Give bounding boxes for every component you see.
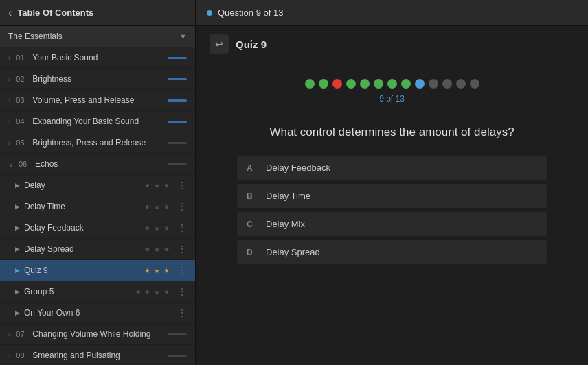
sub-item-name: On Your Own 6 (24, 308, 166, 318)
question-label: Question 9 of 13 (218, 8, 283, 18)
sidebar-item-05[interactable]: › 05 Brightness, Press and Release (0, 132, 195, 154)
answer-letter: C (247, 220, 258, 229)
progress-dot-13 (470, 79, 479, 89)
progress-dot-2 (319, 79, 328, 89)
sub-item-quiz9[interactable]: ▶ Quiz 9 ★ ★ ★ ⋮ (0, 260, 195, 281)
progress-dot-11 (442, 79, 452, 89)
chevron-right-icon: › (8, 118, 10, 126)
section-name: Echos (35, 159, 163, 169)
main-area: The Essentials ▼ › 01 Your Basic Sound ›… (0, 26, 588, 365)
sub-item-delay[interactable]: ▶ Delay ★ ★ ★ ⋮ (0, 175, 195, 196)
play-icon: ▶ (15, 309, 20, 316)
sidebar-item-07[interactable]: › 07 Changing Volume While Holding (0, 324, 195, 345)
progress-bar-gray (168, 333, 187, 335)
sub-item-delay-feedback[interactable]: ▶ Delay Feedback ★ ★ ★ ⋮ (0, 217, 195, 239)
dots-menu-icon[interactable]: ⋮ (177, 222, 187, 233)
progress-dot-9 (415, 79, 425, 89)
section-dropdown[interactable]: The Essentials ▼ (0, 26, 195, 47)
play-icon: ▶ (15, 224, 20, 231)
chevron-right-icon: › (8, 139, 10, 147)
sub-item-group5[interactable]: ▶ Group 5 ★ ★ ★ ★ ⋮ (0, 281, 195, 303)
progress-dot-8 (401, 79, 411, 89)
progress-bar-gray (168, 142, 187, 144)
sidebar-item-08[interactable]: › 08 Smearing and Pulsating (0, 345, 195, 365)
progress-bar (168, 57, 187, 59)
dropdown-arrow-icon: ▼ (179, 32, 187, 40)
section-name: Changing Volume While Holding (32, 329, 163, 339)
section-num: 08 (16, 351, 28, 360)
progress-bar (168, 121, 187, 123)
chevron-right-icon: › (8, 75, 10, 83)
dots-menu-icon[interactable]: ⋮ (177, 180, 187, 191)
progress-bar-gray (168, 355, 187, 357)
progress-bar (168, 78, 187, 80)
answer-row-c[interactable]: C Delay Mix (237, 212, 547, 236)
top-bar-left: ‹ Table Of Contents (0, 0, 196, 25)
sub-item-on-your-own[interactable]: ▶ On Your Own 6 ⋮ (0, 303, 195, 324)
sidebar-item-03[interactable]: › 03 Volume, Press and Release (0, 90, 195, 111)
dots-menu-icon[interactable]: ⋮ (177, 244, 187, 255)
section-name: Smearing and Pulsating (32, 351, 163, 360)
stars: ★ ★ ★ (144, 203, 170, 211)
progress-label: 9 of 13 (379, 94, 405, 104)
dropdown-label: The Essentials (8, 32, 63, 41)
play-icon: ▶ (15, 203, 20, 210)
stars: ★ ★ ★ (144, 267, 170, 274)
section-name: Your Basic Sound (32, 53, 163, 62)
sub-item-delay-spread[interactable]: ▶ Delay Spread ★ ★ ★ ⋮ (0, 239, 195, 260)
section-num: 05 (16, 139, 28, 147)
sub-item-name: Delay Feedback (24, 223, 140, 233)
progress-dot-1 (305, 79, 315, 89)
sidebar-item-04[interactable]: › 04 Expanding Your Basic Sound (0, 111, 195, 132)
progress-dots (305, 79, 479, 89)
sub-item-name: Delay Time (24, 202, 140, 211)
section-num: 03 (16, 96, 28, 104)
play-icon: ▶ (15, 182, 20, 189)
back-icon[interactable]: ‹ (8, 7, 12, 19)
back-button[interactable]: ↩ (210, 34, 229, 54)
section-name: Brightness, Press and Release (32, 138, 163, 148)
dots-menu-icon[interactable]: ⋮ (177, 265, 187, 276)
answer-letter: A (247, 163, 258, 173)
answer-row-a[interactable]: A Delay Feedback (237, 156, 547, 180)
play-icon: ▶ (15, 267, 20, 274)
sidebar-item-02[interactable]: › 02 Brightness (0, 69, 195, 90)
dots-menu-icon[interactable]: ⋮ (177, 307, 187, 318)
stars: ★ ★ ★ (144, 224, 170, 232)
progress-dot-3 (332, 79, 342, 89)
progress-dot-5 (360, 79, 370, 89)
progress-dot-10 (429, 79, 438, 89)
top-bar: ‹ Table Of Contents Question 9 of 13 (0, 0, 588, 26)
answer-row-d[interactable]: D Delay Spread (237, 240, 547, 264)
section-name: Expanding Your Basic Sound (32, 117, 163, 126)
section-num: 02 (16, 75, 28, 83)
sub-item-name: Delay (24, 180, 140, 190)
dots-menu-icon[interactable]: ⋮ (177, 201, 187, 212)
chevron-right-icon: › (8, 54, 10, 62)
section-name: Brightness (32, 74, 163, 84)
progress-dot-12 (456, 79, 466, 89)
progress-dot-7 (387, 79, 397, 89)
question-status-dot (207, 10, 212, 16)
sub-item-name: Group 5 (24, 287, 131, 296)
answer-letter: B (247, 191, 258, 201)
toc-title: Table Of Contents (17, 8, 93, 18)
section-num: 04 (16, 117, 28, 126)
chevron-down-icon: ∨ (8, 161, 13, 168)
section-num: 07 (16, 330, 28, 338)
answer-letter: D (247, 248, 258, 257)
answers-list: A Delay Feedback B Delay Time C Delay Mi… (196, 156, 588, 285)
sidebar-item-01[interactable]: › 01 Your Basic Sound (0, 47, 195, 69)
answer-text: Delay Mix (266, 219, 305, 229)
sidebar-item-06[interactable]: ∨ 06 Echos (0, 154, 195, 175)
section-num: 06 (19, 160, 31, 168)
progress-area: 9 of 13 (196, 62, 588, 112)
dots-menu-icon[interactable]: ⋮ (177, 286, 187, 297)
sub-item-delay-time[interactable]: ▶ Delay Time ★ ★ ★ ⋮ (0, 196, 195, 217)
stars: ★ ★ ★ ★ (135, 288, 170, 296)
progress-bar (168, 99, 187, 102)
section-name: Volume, Press and Release (32, 95, 163, 105)
answer-row-b[interactable]: B Delay Time (237, 184, 547, 208)
answer-text: Delay Time (266, 191, 310, 201)
section-num: 01 (16, 54, 28, 62)
